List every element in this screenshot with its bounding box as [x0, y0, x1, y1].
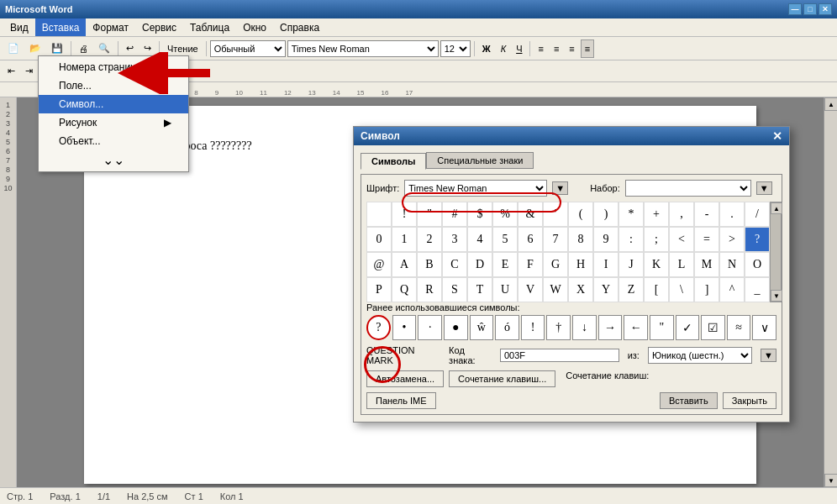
- sym-B[interactable]: B: [417, 252, 442, 277]
- sym-E[interactable]: E: [492, 252, 518, 277]
- font-size-select[interactable]: 12: [440, 40, 471, 57]
- menu-item-symbol[interactable]: Символ...: [39, 95, 188, 113]
- recent-bullet[interactable]: •: [392, 315, 417, 340]
- align-left-btn[interactable]: ≡: [534, 39, 547, 58]
- sym-slash[interactable]: /: [745, 202, 770, 227]
- sym-minus[interactable]: -: [694, 202, 719, 227]
- char-code-input[interactable]: [500, 349, 619, 362]
- close-button[interactable]: ✕: [819, 3, 832, 15]
- sym-dollar[interactable]: $: [467, 202, 492, 227]
- font-select[interactable]: Times New Roman: [404, 180, 547, 197]
- sym-7[interactable]: 7: [543, 227, 568, 252]
- nabor-select[interactable]: [625, 180, 751, 197]
- sym-comma[interactable]: ,: [669, 202, 694, 227]
- font-dropdown-icon[interactable]: ▼: [552, 181, 568, 195]
- scrollbar-vertical[interactable]: ▲ ▼: [824, 97, 837, 487]
- tab-symbols[interactable]: Символы: [361, 153, 426, 170]
- menu-item-field[interactable]: Поле...: [39, 76, 188, 95]
- recent-wedge[interactable]: ∨: [752, 315, 776, 340]
- recent-o-accent[interactable]: ó: [495, 315, 519, 340]
- outdent-btn[interactable]: ⇥: [21, 62, 37, 81]
- sym-I[interactable]: I: [593, 252, 619, 277]
- sym-star[interactable]: *: [619, 202, 644, 227]
- sym-backslash[interactable]: \: [669, 277, 694, 302]
- scroll-down-btn[interactable]: ▼: [824, 474, 837, 487]
- sym-K[interactable]: K: [644, 252, 669, 277]
- menu-tablica[interactable]: Таблица: [183, 18, 236, 36]
- font-name-select[interactable]: Times New Roman: [287, 40, 439, 57]
- sym-gt[interactable]: >: [719, 227, 745, 252]
- sym-0[interactable]: 0: [366, 227, 392, 252]
- minimize-button[interactable]: —: [788, 3, 802, 15]
- scroll-up-btn[interactable]: ▲: [824, 97, 837, 111]
- menu-item-page-numbers[interactable]: Номера страниц...: [39, 58, 188, 76]
- sym-6[interactable]: 6: [518, 227, 543, 252]
- sym-X[interactable]: X: [568, 277, 593, 302]
- indent-btn[interactable]: ⇤: [3, 62, 19, 81]
- sym-caret[interactable]: ^: [719, 277, 745, 302]
- sym-amp[interactable]: &: [518, 202, 543, 227]
- sym-R[interactable]: R: [417, 277, 442, 302]
- menu-item-picture[interactable]: Рисунок ▶: [39, 113, 188, 132]
- sym-G[interactable]: G: [543, 252, 568, 277]
- recent-dagger[interactable]: †: [546, 315, 571, 340]
- menu-vid[interactable]: Вид: [3, 18, 35, 36]
- grid-scroll-down[interactable]: ▼: [771, 290, 782, 302]
- sym-Z[interactable]: Z: [619, 277, 644, 302]
- sym-rparen[interactable]: ): [593, 202, 619, 227]
- sym-colon[interactable]: :: [619, 227, 644, 252]
- menu-vstavka[interactable]: Вставка: [35, 18, 87, 36]
- recent-dot[interactable]: ·: [418, 315, 442, 340]
- sym-lparen[interactable]: (: [568, 202, 593, 227]
- sym-lbracket[interactable]: [: [644, 277, 669, 302]
- close-dialog-btn[interactable]: Закрыть: [723, 392, 776, 409]
- sym-eq[interactable]: =: [694, 227, 719, 252]
- maximize-button[interactable]: □: [803, 3, 817, 15]
- sym-Y[interactable]: Y: [593, 277, 619, 302]
- recent-w-hat[interactable]: ŵ: [470, 315, 494, 340]
- menu-okno[interactable]: Окно: [236, 18, 273, 36]
- sym-U[interactable]: U: [492, 277, 518, 302]
- autochange-btn[interactable]: Автозамена...: [366, 370, 444, 387]
- sym-F[interactable]: F: [518, 252, 543, 277]
- panel-ime-btn[interactable]: Панель IME: [366, 392, 436, 409]
- from-dropdown-icon[interactable]: ▼: [761, 349, 776, 362]
- recent-right-arrow[interactable]: →: [598, 315, 623, 340]
- from-select[interactable]: Юникод (шестн.): [648, 347, 752, 364]
- sym-T[interactable]: T: [467, 277, 492, 302]
- menu-spravka[interactable]: Справка: [273, 18, 326, 36]
- menu-more[interactable]: ⌄⌄: [39, 150, 188, 170]
- sym-lt[interactable]: <: [669, 227, 694, 252]
- sym-A[interactable]: A: [392, 252, 417, 277]
- tab-special[interactable]: Специальные знаки: [426, 152, 534, 169]
- sym-N[interactable]: N: [719, 252, 745, 277]
- menu-item-object[interactable]: Объект...: [39, 132, 188, 150]
- sym-C[interactable]: C: [442, 252, 467, 277]
- italic-btn[interactable]: К: [497, 39, 510, 58]
- style-select[interactable]: Обычный: [210, 40, 286, 57]
- nabor-dropdown-icon[interactable]: ▼: [756, 181, 772, 195]
- scroll-track[interactable]: [824, 111, 837, 474]
- recent-left-arrow[interactable]: ←: [624, 315, 648, 340]
- recent-down-arrow[interactable]: ↓: [572, 315, 597, 340]
- underline-btn[interactable]: Ч: [512, 39, 526, 58]
- recent-question[interactable]: ?: [366, 315, 391, 340]
- shortcut1-btn[interactable]: Сочетание клавиш...: [449, 370, 555, 387]
- recent-checkbox[interactable]: ☑: [701, 315, 725, 340]
- recent-black-circle[interactable]: ●: [444, 315, 468, 340]
- sym-9[interactable]: 9: [593, 227, 619, 252]
- grid-scrollbar[interactable]: ▲ ▼: [770, 202, 782, 302]
- sym-dquote[interactable]: ": [417, 202, 442, 227]
- sym-squote[interactable]: ': [543, 202, 568, 227]
- bold-btn[interactable]: Ж: [478, 39, 495, 58]
- grid-scroll-track[interactable]: [771, 214, 781, 290]
- sym-underscore[interactable]: _: [745, 277, 770, 302]
- menu-servis[interactable]: Сервис: [135, 18, 183, 36]
- sym-rbracket[interactable]: ]: [694, 277, 719, 302]
- sym-period[interactable]: .: [719, 202, 745, 227]
- sym-1[interactable]: 1: [392, 227, 417, 252]
- sym-semicolon[interactable]: ;: [644, 227, 669, 252]
- sym-3[interactable]: 3: [442, 227, 467, 252]
- sym-M[interactable]: M: [694, 252, 719, 277]
- align-center-btn[interactable]: ≡: [550, 39, 563, 58]
